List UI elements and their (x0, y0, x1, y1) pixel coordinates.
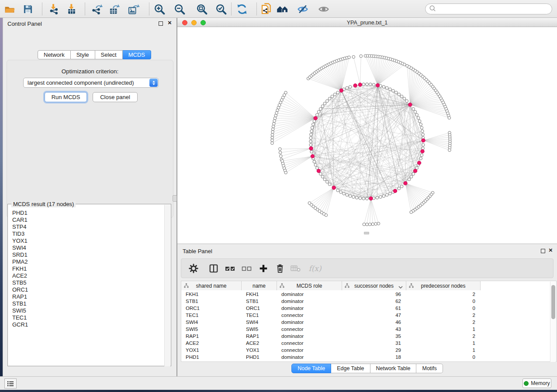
network-node[interactable] (379, 196, 382, 199)
network-node[interactable] (339, 191, 343, 194)
import-network-icon[interactable] (48, 3, 60, 15)
mcds-result-item[interactable]: STP4 (9, 224, 164, 230)
network-leaf-node[interactable] (272, 125, 275, 128)
hide-eye-icon[interactable] (297, 3, 309, 15)
float-table-panel-icon[interactable] (541, 249, 545, 253)
network-node[interactable] (400, 95, 403, 98)
export-network-icon[interactable] (91, 3, 103, 15)
network-leaf-node[interactable] (272, 128, 275, 131)
save-icon[interactable] (22, 3, 34, 15)
network-node[interactable] (331, 95, 334, 98)
network-node[interactable] (419, 123, 422, 126)
network-node[interactable] (326, 100, 329, 103)
add-column-icon[interactable] (258, 263, 269, 274)
network-node[interactable] (321, 105, 324, 108)
table-row[interactable]: YOX1YOX1connector291 (181, 347, 551, 354)
network-leaf-node[interactable] (377, 222, 380, 225)
network-node[interactable] (346, 193, 349, 196)
network-node[interactable] (372, 83, 375, 86)
mcds-result-item[interactable]: YOX1 (9, 237, 164, 244)
network-node[interactable] (376, 196, 379, 199)
network-node[interactable] (366, 83, 369, 86)
mcds-hub-node[interactable] (311, 155, 314, 158)
network-leaf-node[interactable] (271, 139, 274, 142)
export-table-icon[interactable] (108, 3, 120, 15)
network-node[interactable] (421, 130, 424, 133)
close-panel-icon[interactable]: × (168, 21, 172, 25)
mcds-result-item[interactable]: SWI5 (9, 307, 164, 314)
network-node[interactable] (417, 117, 420, 120)
network-node[interactable] (323, 178, 326, 181)
network-node[interactable] (355, 196, 358, 199)
tab-network[interactable]: Network (38, 50, 71, 59)
network-node[interactable] (414, 110, 417, 113)
table-row[interactable]: ORC1ORC1dominator610 (181, 305, 551, 312)
network-node[interactable] (343, 192, 346, 195)
network-leaf-node[interactable] (273, 117, 277, 120)
mcds-hub-node[interactable] (353, 84, 357, 87)
mcds-hub-node[interactable] (369, 197, 373, 200)
mcds-hub-node[interactable] (413, 169, 417, 172)
network-node[interactable] (359, 197, 362, 200)
mcds-hub-node[interactable] (332, 186, 336, 189)
mcds-hub-node[interactable] (422, 139, 425, 142)
search-box[interactable] (425, 3, 552, 14)
tab-mcds[interactable]: MCDS (123, 50, 151, 59)
clone-network-icon[interactable] (260, 3, 273, 15)
network-leaf-node[interactable] (368, 223, 371, 226)
refresh-icon[interactable] (236, 3, 248, 15)
network-leaf-node[interactable] (271, 136, 274, 139)
network-node[interactable] (394, 91, 398, 94)
network-node[interactable] (418, 120, 421, 123)
network-node[interactable] (382, 86, 385, 89)
search-input[interactable] (436, 6, 552, 12)
network-leaf-node[interactable] (363, 223, 366, 226)
network-node[interactable] (323, 102, 326, 105)
network-node[interactable] (369, 83, 372, 86)
tab-node-table[interactable]: Node Table (291, 364, 331, 373)
zoom-in-icon[interactable] (153, 3, 166, 15)
network-node[interactable] (312, 123, 315, 126)
network-node[interactable] (405, 100, 408, 103)
network-node[interactable] (415, 113, 419, 117)
mcds-result-item[interactable]: CAR1 (9, 217, 164, 224)
network-leaf-node[interactable] (448, 117, 451, 120)
network-node[interactable] (366, 197, 369, 200)
mcds-hub-node[interactable] (314, 117, 317, 120)
show-eye-icon[interactable] (318, 3, 330, 15)
float-panel-icon[interactable] (159, 21, 163, 26)
network-node[interactable] (317, 110, 320, 113)
mcds-hub-node[interactable] (393, 189, 397, 193)
table-row[interactable]: STB1STB1dominator620 (181, 298, 551, 305)
network-leaf-node[interactable] (279, 148, 282, 151)
network-leaf-node[interactable] (281, 160, 284, 163)
network-node[interactable] (398, 187, 401, 190)
network-view-canvas[interactable] (177, 27, 557, 244)
gear-icon[interactable] (188, 263, 199, 274)
network-leaf-node[interactable] (279, 151, 282, 154)
mcds-result-scrollbar[interactable] (164, 205, 170, 366)
close-panel-button[interactable]: Close panel (93, 92, 138, 102)
network-node[interactable] (336, 189, 339, 192)
table-row[interactable]: TEC1TEC1connector472 (181, 312, 551, 319)
column-header-name[interactable]: name (242, 281, 277, 290)
network-node[interactable] (310, 133, 313, 136)
table-scrollbar[interactable] (550, 282, 556, 362)
mcds-result-item[interactable]: PMA2 (9, 258, 164, 265)
network-leaf-node[interactable] (371, 223, 374, 226)
mcds-hub-node[interactable] (408, 103, 412, 107)
select-all-icon[interactable] (225, 263, 235, 274)
table-row[interactable]: RAP1RAP1dominator352 (181, 333, 551, 340)
network-node[interactable] (398, 93, 401, 96)
tab-select[interactable]: Select (95, 50, 123, 59)
memory-button[interactable]: Memory (522, 378, 551, 388)
network-node[interactable] (319, 172, 322, 175)
mcds-result-item[interactable]: FKH1 (9, 265, 164, 272)
network-node[interactable] (400, 185, 403, 188)
network-node[interactable] (412, 107, 415, 110)
network-leaf-node[interactable] (273, 122, 276, 125)
network-node[interactable] (346, 86, 349, 89)
network-node[interactable] (382, 195, 385, 198)
mcds-hub-node[interactable] (404, 182, 407, 185)
network-node[interactable] (362, 83, 365, 86)
